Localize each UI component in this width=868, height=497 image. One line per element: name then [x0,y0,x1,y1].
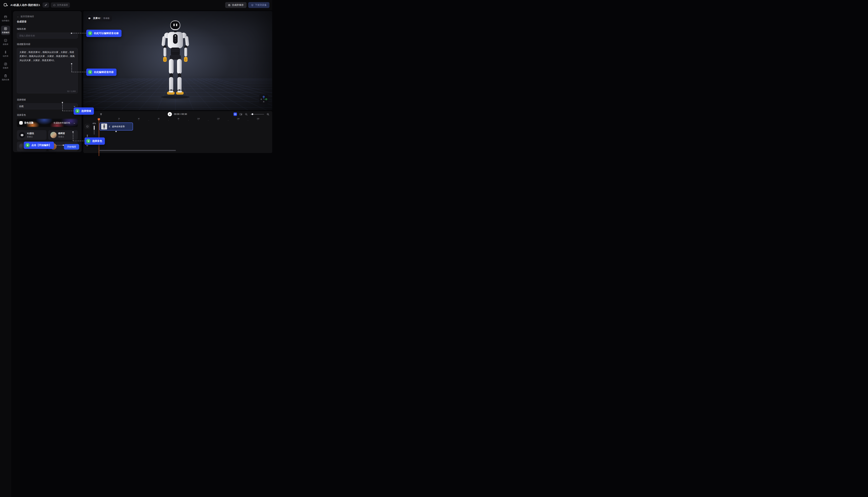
voice-avatar-photo [50,132,57,138]
step-badge: 3 [88,70,92,74]
viewport-canvas[interactable]: 灵犀X2 青春版 X Y [83,11,272,110]
step-badge: 2 [88,31,92,36]
playhead-line [99,120,99,153]
zoom-in-icon[interactable] [266,113,269,116]
my-tasks-icon [4,74,7,77]
timeline-zoom-slider[interactable] [250,113,264,115]
sidebar-item-action-library[interactable]: 动作库 [1,49,10,59]
ruler-ticks [99,120,260,121]
rename-button[interactable] [43,2,49,8]
walking-pose-icon [109,126,111,128]
action-track-icon[interactable] [86,134,89,138]
delete-clip-icon[interactable] [100,113,102,116]
expression-library-icon [4,39,7,42]
step-badge: 5 [86,139,90,143]
music-note-icon: ♪ [19,121,23,125]
playback-controls: 00:00 / 00:30 [168,111,187,117]
connector-dot [72,131,74,132]
sidebar-item-motion-imitation[interactable]: 动作模仿 [1,14,10,23]
arrow-right-icon: → [73,122,75,124]
audio-library-icon [4,62,7,66]
axis-gizmo[interactable]: X Y [259,95,268,104]
step-badge: 4 [75,109,80,113]
chevron-down-icon [73,105,75,108]
timeline-clip[interactable]: 超帅走路姿势 [99,123,133,130]
material-name-input[interactable] [17,33,78,39]
voice-clone-banner[interactable]: ♪ 音色克隆 生成你的专属音色 → [17,119,78,127]
robot-face-icon [88,17,91,20]
voice-content-textarea[interactable]: 大家好，我是灵犀X2，很高兴认识大家，大家好，我是灵犀X2，很高兴认识大家，大家… [17,48,78,94]
ruler-label: 12f [217,118,220,120]
start-arrange-button[interactable]: 开始编排 [64,144,79,150]
voice-card-x2[interactable]: X2原生 普通话 [17,130,46,140]
clip-handle[interactable] [115,131,117,132]
back-to-audio-arrange[interactable]: ← 返回音频编排 [17,15,34,18]
voice-avatar-robot [19,132,25,138]
connector-line [62,103,63,111]
axis-x-label: X [266,99,267,100]
synthesize-save-label: 合成并保存 [232,3,244,6]
expression-track-button[interactable] [85,124,89,129]
sidebar: 动作模仿 音频编排 表情库 动作库 音频库 [0,10,11,153]
sidebar-label: 表情库 [3,43,9,46]
tutorial-tip-2: 2 在此可以编辑语音名称 [86,30,122,37]
connector-line [56,145,63,145]
robot-model [151,19,200,99]
sidebar-label: 我的任务 [2,79,9,81]
sidebar-item-audio-library[interactable]: 音频库 [1,61,10,70]
save-status-label: 文件未保存 [57,4,68,6]
ruler-label: 8f [178,118,179,120]
panel-title: 合成语音 [17,20,78,23]
expression-track-icon [86,125,89,128]
deploy-label: 下发到设备 [255,3,267,6]
audio-arrange-icon [4,27,7,30]
motion-imitation-icon [4,15,7,18]
time-display: 00:00 / 00:30 [174,113,187,115]
tutorial-tip-6: 6 点击【开始编排】 [24,142,54,149]
sidebar-label: 音频编排 [2,31,9,34]
content-area-wrap: 大家好，我是灵犀X2，很高兴认识大家，大家好，我是灵犀X2，很高兴认识大家，大家… [17,48,78,94]
emotion-select[interactable]: 自然 [17,103,78,109]
timeline-scrollbar[interactable] [99,150,176,151]
timeline-zoom-controls [234,111,269,117]
tutorial-tip-5: 5 选择音色 [85,138,105,145]
slider-knob[interactable] [252,113,253,115]
robot-face-icon [20,133,24,137]
voice-clone-title: 音色克隆 [24,121,33,125]
ruler-label: 14f [237,118,239,120]
step-badge: 6 [26,143,30,147]
logo-mark-icon [3,3,8,7]
deploy-button[interactable]: 下发到设备 [248,2,270,8]
synthesize-save-button[interactable]: 合成并保存 [225,2,247,8]
play-icon [169,113,171,115]
connector-line [73,133,73,141]
axis-gizmo-icon: X Y [260,96,267,103]
app-logo-icon[interactable] [3,2,9,8]
preview-frames-icon[interactable] [239,113,242,116]
zoom-out-icon[interactable] [245,113,248,116]
project-title: A1机器人动作-我的项目1 [11,3,40,7]
timeline-ruler[interactable]: 0f 2f 4f 6f 8f 10f 12f 14f 16f [83,117,272,121]
sidebar-item-my-tasks[interactable]: 我的任务 [1,73,10,82]
sidebar-item-audio-arrange[interactable]: 音频编排 [1,26,10,35]
voice-name: 稚晖君 [58,132,65,135]
sidebar-item-expression-library[interactable]: 表情库 [1,38,10,47]
clip-label: 超帅走路姿势 [112,125,125,128]
play-button[interactable] [168,112,172,116]
topbar-actions: 合成并保存 下发到设备 [225,2,269,8]
ruler-label: 16f [257,118,259,120]
voice-name: X2原生 [27,132,34,135]
voice-clone-subtitle: 生成你的专属音色 [54,122,70,125]
axis-y-label: Y [263,96,264,97]
emotion-value: 自然 [19,105,24,108]
ruler-label: 6f [158,118,159,120]
save-status: 文件未保存 [51,2,70,8]
tip-text: 点击【开始编排】 [31,144,51,147]
connector-line [73,141,85,141]
save-icon [228,4,230,6]
char-count: 52 / 1,000 [67,90,76,92]
tip-text: 在此编辑语音内容 [94,71,114,74]
clip-thumbnail [101,124,107,129]
voice-card-texts: 稚晖君 普通话 [58,132,65,138]
fit-timeline-icon[interactable] [234,112,237,116]
